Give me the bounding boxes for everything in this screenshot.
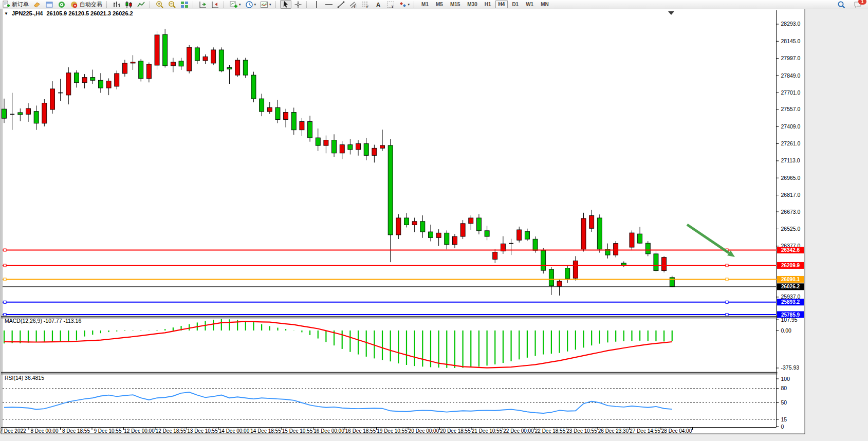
auto-scroll-button[interactable] <box>197 0 209 9</box>
line-chart-button[interactable] <box>136 0 147 9</box>
vline-icon <box>312 1 321 9</box>
time-tick-label: 19 Dec 10:55 <box>377 428 408 434</box>
timeframe-m30-button[interactable]: M30 <box>464 1 480 8</box>
line-handle[interactable] <box>726 264 728 267</box>
line-handle[interactable] <box>726 314 728 316</box>
candle <box>662 258 667 271</box>
autotrading-button[interactable]: 自动交易 <box>68 0 104 9</box>
price-tick-label: 28145.0 <box>781 38 801 44</box>
new-chart-button[interactable]: ▾ <box>228 0 243 9</box>
candle <box>300 121 304 130</box>
chart-symbol-period: JPN225-,H4 <box>12 10 43 16</box>
time-tick-label: 13 Dec 10:55 <box>187 428 218 434</box>
trendline-button[interactable] <box>336 0 347 9</box>
candle <box>388 145 393 235</box>
candle <box>445 233 449 245</box>
candle <box>155 35 159 65</box>
candle <box>146 64 151 79</box>
bars-icon <box>113 1 121 9</box>
timeframe-w1-button[interactable]: W1 <box>523 1 537 8</box>
chart-shift-button[interactable] <box>210 0 221 9</box>
time-tick-label: 12 Dec 00:00 <box>124 428 155 434</box>
timeframe-m5-button[interactable]: M5 <box>433 1 446 8</box>
arrows-button[interactable]: ▾ <box>397 0 412 9</box>
cursor-button[interactable] <box>280 0 291 9</box>
zoom-in-button[interactable] <box>154 0 165 9</box>
line-handle[interactable] <box>4 264 6 267</box>
price-tick-label: 26673.0 <box>781 209 801 215</box>
hline-icon <box>325 1 333 9</box>
vertical-line-button[interactable] <box>311 0 322 9</box>
timeframe-h1-button[interactable]: H1 <box>482 1 494 8</box>
new-order-button[interactable]: 新订单 <box>1 0 30 9</box>
time-tick-label: 23 Dec 10:55 <box>566 428 597 434</box>
candlestick-chart-button[interactable] <box>123 0 135 9</box>
toolbar-separator <box>275 1 278 8</box>
candle <box>26 108 30 114</box>
line-handle[interactable] <box>4 314 6 316</box>
svg-text:E: E <box>354 4 357 9</box>
timeframe-m15-button[interactable]: M15 <box>447 1 463 8</box>
periods-button[interactable]: ▾ <box>244 0 258 9</box>
bar-chart-button[interactable] <box>111 0 122 9</box>
toolbar-group <box>280 0 304 9</box>
timeframe-h4-button[interactable]: H4 <box>495 1 508 8</box>
candle <box>621 263 626 265</box>
timeframe-d1-button[interactable]: D1 <box>509 1 522 8</box>
candle <box>493 252 497 259</box>
timeframe-toolbar: M1M5M15M30H1H4D1W1MN <box>418 0 552 9</box>
candle <box>260 99 264 112</box>
open-chart-window-button[interactable] <box>44 0 55 9</box>
timeframe-m1-button[interactable]: M1 <box>418 1 432 8</box>
candle <box>420 222 425 232</box>
horizontal-line-button[interactable] <box>323 0 335 9</box>
search-button[interactable] <box>836 0 847 9</box>
candle <box>581 218 586 249</box>
price-tick-label: 27409.0 <box>781 123 801 130</box>
candle <box>267 107 272 112</box>
fibonacci-button[interactable]: F <box>360 0 372 9</box>
line-handle[interactable] <box>726 278 728 281</box>
candle <box>396 218 401 235</box>
window-icon <box>45 1 53 9</box>
candle <box>476 218 481 231</box>
notification-count-badge: 1 <box>858 0 866 5</box>
templates-button[interactable]: ▾ <box>258 0 273 9</box>
candle <box>82 78 87 83</box>
line-handle[interactable] <box>4 278 6 281</box>
time-tick-label: 21 Dec 10:55 <box>472 428 503 434</box>
chart-collapse-icon[interactable]: ▼ <box>4 11 8 16</box>
dropdown-caret-icon: ▾ <box>408 3 410 7</box>
line-handle[interactable] <box>4 301 6 303</box>
linechart-icon <box>137 1 145 9</box>
toolbar-group: ▾▾▾ <box>228 0 273 9</box>
toolbar-separator <box>106 1 109 8</box>
crosshair-icon <box>294 1 302 9</box>
time-tick-label: 12 Dec 18:55 <box>156 428 187 434</box>
notifications-button[interactable]: 1 <box>852 0 863 9</box>
candle <box>340 145 344 153</box>
line-handle[interactable] <box>4 249 6 251</box>
price-badge-label: 26090.1 <box>781 277 800 282</box>
new-order-button-label: 新订单 <box>12 1 29 8</box>
candle <box>428 232 433 237</box>
eraser-button[interactable] <box>31 0 43 9</box>
text-button[interactable]: A <box>373 0 384 9</box>
macd-tick-label: 0.00 <box>781 327 792 334</box>
equidistant-channel-button[interactable]: E <box>348 0 359 9</box>
tile-windows-button[interactable] <box>179 0 190 9</box>
eraser-icon <box>33 1 41 9</box>
line-handle[interactable] <box>726 301 728 303</box>
time-axis: 7 Dec 20228 Dec 00:008 Dec 18:559 Dec 10… <box>0 427 693 434</box>
autoscroll-icon <box>199 1 207 9</box>
candle <box>243 60 248 75</box>
zoom-out-button[interactable] <box>167 0 178 9</box>
arrows-icon <box>399 1 407 9</box>
crosshair-button[interactable] <box>292 0 304 9</box>
timeframe-mn-button[interactable]: MN <box>538 1 552 8</box>
autotrade-icon <box>70 1 78 9</box>
signals-button[interactable] <box>56 0 67 9</box>
text-label-button[interactable]: T <box>385 0 396 9</box>
candle <box>589 216 594 229</box>
candle <box>34 112 39 123</box>
